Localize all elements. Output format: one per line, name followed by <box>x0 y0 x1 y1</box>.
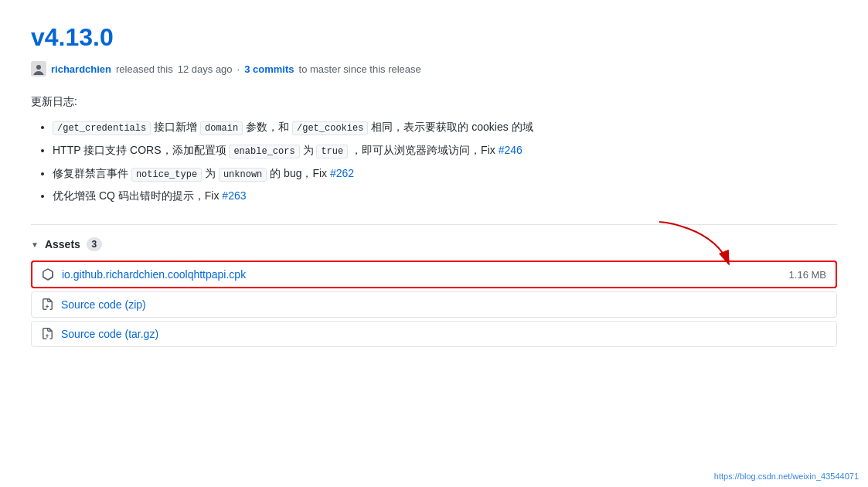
author-avatar <box>31 61 46 77</box>
primary-asset-link[interactable]: io.github.richardchien.coolqhttpapi.cpk <box>62 268 246 281</box>
dot-separator: · <box>237 63 240 75</box>
release-meta: richardchien released this 12 days ago ·… <box>31 61 837 77</box>
primary-asset-item: io.github.richardchien.coolqhttpapi.cpk … <box>31 261 837 288</box>
primary-asset-size: 1.16 MB <box>789 269 826 281</box>
released-text: released this <box>116 63 173 75</box>
commits-link[interactable]: 3 commits <box>244 63 294 75</box>
code-true: true <box>316 145 348 158</box>
assets-header[interactable]: ▼ Assets 3 <box>31 237 837 251</box>
code-domain: domain <box>200 121 243 135</box>
list-item: 优化增强 CQ 码出错时的提示，Fix #263 <box>53 187 837 206</box>
collapse-triangle: ▼ <box>31 240 39 249</box>
list-item: HTTP 接口支持 CORS，添加配置项 enable_cors 为 true … <box>53 141 837 160</box>
section-divider <box>31 224 837 225</box>
code-get-credentials: /get_credentials <box>53 121 151 135</box>
package-icon <box>42 268 54 281</box>
commits-suffix: to master since this release <box>299 63 421 75</box>
code-get-cookies: /get_cookies <box>292 121 368 135</box>
code-unknown: unknown <box>219 168 267 182</box>
assets-count: 3 <box>87 237 102 251</box>
person-icon <box>32 63 45 75</box>
issue-262-link[interactable]: #262 <box>330 167 354 179</box>
file-zip-icon <box>41 298 53 311</box>
list-item: /get_credentials 接口新增 domain 参数，和 /get_c… <box>53 118 837 137</box>
code-notice-type: notice_type <box>131 168 202 182</box>
changelog-heading: 更新日志: <box>31 95 837 109</box>
author-link[interactable]: richardchien <box>51 63 111 75</box>
source-targz-left: Source code (tar.gz) <box>41 328 158 340</box>
assets-wrapper: io.github.richardchien.coolqhttpapi.cpk … <box>31 261 837 347</box>
changelog-list: /get_credentials 接口新增 domain 参数，和 /get_c… <box>31 118 837 206</box>
source-targz-link[interactable]: Source code (tar.gz) <box>61 328 158 340</box>
time-ago: 12 days ago <box>178 63 233 75</box>
file-archive-icon <box>41 328 53 340</box>
issue-246-link[interactable]: #246 <box>499 144 523 156</box>
page-title: v4.13.0 <box>31 23 837 52</box>
source-zip-item: Source code (zip) <box>31 291 837 318</box>
source-zip-left: Source code (zip) <box>41 298 146 311</box>
source-targz-item: Source code (tar.gz) <box>31 321 837 347</box>
assets-label: Assets <box>45 238 80 250</box>
code-enable-cors: enable_cors <box>229 145 299 158</box>
primary-asset-left: io.github.richardchien.coolqhttpapi.cpk <box>42 268 246 281</box>
assets-section: ▼ Assets 3 io.github.richardchien.coolqh… <box>31 237 837 347</box>
source-zip-link[interactable]: Source code (zip) <box>61 298 146 311</box>
issue-263-link[interactable]: #263 <box>222 189 246 202</box>
list-item: 修复群禁言事件 notice_type 为 unknown 的 bug，Fix … <box>53 165 837 183</box>
